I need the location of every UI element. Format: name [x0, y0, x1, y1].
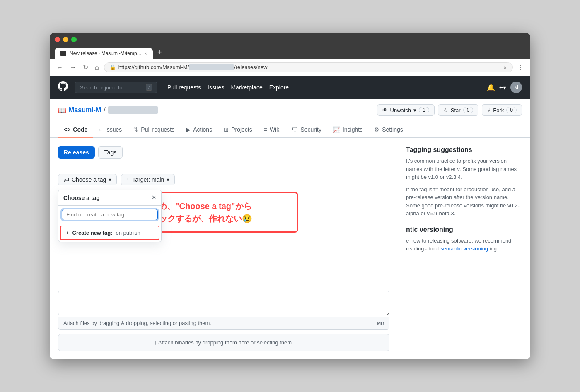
tags-button[interactable]: Tags [98, 146, 123, 159]
releases-button[interactable]: Releases [58, 146, 95, 159]
settings-icon: ⚙ [374, 126, 379, 133]
notifications-icon[interactable]: 🔔 [487, 84, 495, 91]
github-header: Search or jump to... / Pull requests Iss… [50, 76, 530, 99]
choose-tag-dropdown[interactable]: 🏷 Choose a tag ▾ [58, 174, 117, 185]
home-button[interactable]: ⌂ [93, 63, 101, 72]
markdown-icon: MD [377, 321, 384, 326]
repo-actions: 👁 Unwatch ▾ 1 ☆ Star 0 ⑂ Fork 0 [377, 104, 522, 116]
back-button[interactable]: ← [55, 63, 65, 72]
repo-separator: / [104, 106, 105, 114]
repo-tabs: <> Code ○ Issues ⇅ Pull requests ▶ Actio… [50, 122, 530, 138]
tab-pull-requests[interactable]: ⇅ Pull requests [128, 122, 180, 138]
tag-popup-title: Choose a tag [63, 195, 100, 201]
nav-explore[interactable]: Explore [269, 84, 289, 91]
tag-icon: 🏷 [63, 176, 69, 183]
close-traffic-light[interactable] [55, 37, 60, 42]
tab-bar: New release · Masumi-M/temp... × + [55, 46, 525, 59]
tab-pr-label: Pull requests [141, 126, 174, 133]
url-blurred: ____ [189, 64, 234, 70]
browser-window: New release · Masumi-M/temp... × + ← → ↻… [50, 33, 530, 359]
tab-close-button[interactable]: × [145, 51, 147, 56]
create-tag-label: Create new tag: [72, 230, 113, 236]
tab-wiki[interactable]: ≡ Wiki [258, 122, 287, 138]
star-button[interactable]: ☆ Star 0 [438, 104, 479, 116]
security-icon: 🛡 [292, 126, 298, 133]
user-avatar[interactable]: M [510, 82, 522, 93]
sidebar: Tagging suggestions It's common practice… [406, 146, 522, 351]
tagging-suggestions-p2: If the tag isn't meant for production us… [406, 185, 522, 218]
release-tabs: Releases Tags [58, 146, 389, 159]
nav-marketplace[interactable]: Marketplace [231, 84, 262, 91]
tab-actions[interactable]: ▶ Actions [180, 122, 218, 138]
tab-favicon [60, 51, 66, 56]
semantic-versioning-link[interactable]: semantic versioning [440, 245, 488, 252]
tab-settings-label: Settings [382, 126, 403, 133]
minimize-traffic-light[interactable] [63, 37, 68, 42]
divider [58, 167, 389, 167]
fork-button[interactable]: ⑂ Fork 0 [482, 104, 522, 116]
github-logo[interactable] [58, 81, 68, 94]
semantic-p2: ing. [490, 245, 498, 252]
unwatch-count: 1 [419, 107, 429, 113]
tab-security-label: Security [300, 126, 321, 133]
attach-binaries-label: ↓ Attach binaries by dropping them here … [154, 339, 293, 346]
create-icon[interactable]: +▾ [499, 84, 506, 91]
tag-search-area [58, 206, 161, 224]
create-new-tag-option[interactable]: + Create new tag: on publish [60, 226, 160, 240]
repo-header: 📖 Masumi-M / 👁 Unwatch ▾ 1 ☆ Star 0 [50, 99, 530, 122]
release-description-textarea[interactable] [58, 291, 389, 315]
browser-chrome: New release · Masumi-M/temp... × + [50, 33, 530, 59]
tag-popup: Choose a tag × + Create new tag: on publ… [58, 190, 162, 242]
tab-insights[interactable]: 📈 Insights [327, 122, 368, 138]
fork-label: Fork [493, 107, 504, 113]
tag-search-input[interactable] [62, 209, 158, 220]
new-tab-button[interactable]: + [154, 46, 165, 58]
eye-icon: 👁 [382, 107, 388, 113]
page-content: 📖 Masumi-M / 👁 Unwatch ▾ 1 ☆ Star 0 [50, 99, 530, 359]
pr-icon: ⇅ [133, 126, 138, 133]
tab-settings[interactable]: ⚙ Settings [368, 122, 409, 138]
url-text: https://github.com/Masumi-M/____/release… [118, 64, 500, 70]
tag-popup-close-button[interactable]: × [152, 193, 156, 202]
global-search[interactable]: Search or jump to... / [75, 82, 157, 93]
fork-icon: ⑂ [487, 107, 491, 113]
tagging-suggestions-section: Tagging suggestions It's common practice… [406, 146, 522, 218]
extensions-icon[interactable]: ⋮ [516, 63, 525, 72]
unwatch-button[interactable]: 👁 Unwatch ▾ 1 [377, 104, 435, 116]
traffic-lights [55, 37, 525, 42]
forward-button[interactable]: → [68, 63, 78, 72]
semantic-versioning-title: ntic versioning [406, 226, 522, 233]
bookmark-icon[interactable]: ☆ [503, 64, 508, 70]
nav-pull-requests[interactable]: Pull requests [167, 84, 201, 91]
insights-icon: 📈 [333, 126, 340, 133]
fork-count: 0 [506, 107, 517, 113]
tab-projects-label: Projects [231, 126, 252, 133]
issues-icon: ○ [99, 126, 102, 133]
attach-binaries-area[interactable]: ↓ Attach binaries by dropping them here … [58, 334, 389, 351]
target-chevron: ▾ [167, 176, 169, 183]
target-dropdown[interactable]: ⑂ Target: main ▾ [121, 174, 175, 185]
tab-insights-label: Insights [343, 126, 362, 133]
tab-projects[interactable]: ⊞ Projects [218, 122, 258, 138]
repo-name-blurred [108, 106, 158, 114]
tab-code[interactable]: <> Code [58, 122, 93, 138]
star-label: Star [451, 107, 461, 113]
browser-tab-active[interactable]: New release · Masumi-M/temp... × [55, 48, 153, 59]
attach-files-area[interactable]: Attach files by dragging & dropping, sel… [58, 317, 389, 330]
reload-button[interactable]: ↻ [81, 63, 90, 72]
tagging-suggestions-p1: It's common practice to prefix your vers… [406, 157, 522, 181]
url-field[interactable]: 🔒 https://github.com/Masumi-M/____/relea… [104, 62, 513, 72]
main-layout: Releases Tags 🏷 Choose a tag ▾ [50, 138, 530, 359]
plus-icon: + [66, 230, 69, 236]
repo-owner[interactable]: Masumi-M [69, 106, 101, 114]
branch-icon: ⑂ [126, 176, 130, 183]
tab-actions-label: Actions [193, 126, 212, 133]
browser-icons: ⋮ [516, 63, 525, 72]
tab-issues[interactable]: ○ Issues [93, 122, 128, 138]
main-content: Releases Tags 🏷 Choose a tag ▾ [58, 146, 389, 351]
tab-security[interactable]: 🛡 Security [286, 122, 327, 138]
nav-issues[interactable]: Issues [208, 84, 224, 91]
maximize-traffic-light[interactable] [71, 37, 77, 42]
unwatch-label: Unwatch [390, 107, 411, 113]
tag-popup-overlay: 🏷 Choose a tag ▾ Choose a tag × [58, 174, 117, 185]
